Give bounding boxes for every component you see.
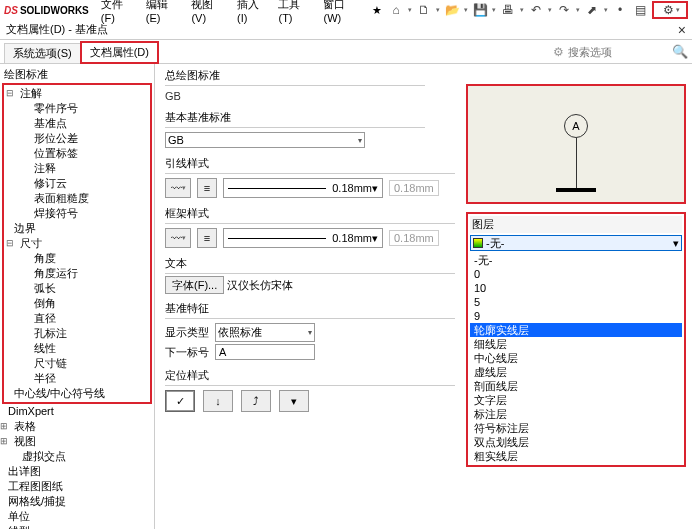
tree-dimensions[interactable]: 尺寸 角度 角度运行 弧长 倒角 直径 孔标注 线性 尺寸链 半径 [6,236,148,386]
display-type-label: 显示类型 [165,325,209,340]
preview-datum-circle: A [564,114,588,138]
frame-style-btn[interactable]: 〰▾ [165,228,191,248]
print-icon[interactable]: 🖶 [500,2,516,18]
tree-item[interactable]: 弧长 [20,281,148,296]
overall-std-value: GB [165,90,425,102]
menu-file[interactable]: 文件(F) [97,0,140,25]
layer-option[interactable]: 10 [470,281,682,295]
tree-linetype[interactable]: 线型 [0,524,154,529]
font-name: 汉仪长仿宋体 [227,279,293,291]
layer-option[interactable]: 0 [470,267,682,281]
anchor-btn-2[interactable]: ↓ [203,390,233,412]
home-icon[interactable]: ⌂ [388,2,404,18]
tree-item[interactable]: 焊接符号 [20,206,148,221]
layer-option[interactable]: 细线层 [470,337,682,351]
tree-root[interactable]: 绘图标准 [0,66,154,83]
layer-option[interactable]: 虚线层 [470,365,682,379]
tree-annotations[interactable]: 注解 零件序号 基准点 形位公差 位置标签 注释 修订云 表面粗糙度 焊接符号 [6,86,148,221]
layer-selected-value: -无- [486,236,504,251]
menu-insert[interactable]: 插入(I) [233,0,272,25]
search-input[interactable] [568,46,668,58]
tree-item[interactable]: 半径 [20,371,148,386]
next-label-label: 下一标号 [165,345,209,360]
tree-item[interactable]: 位置标签 [20,146,148,161]
layer-option[interactable]: 粗实线层 [470,449,682,463]
layer-option[interactable]: 轮廓实线层 [470,323,682,337]
frame-thickness-icon[interactable]: ≡ [197,228,217,248]
preview-box: A [466,84,686,204]
tree-virtual[interactable]: 虚拟交点 [0,449,154,464]
close-icon[interactable]: × [678,22,686,38]
tree-units[interactable]: 单位 [0,509,154,524]
save-icon[interactable]: 💾 [472,2,488,18]
layer-option[interactable]: 剖面线层 [470,379,682,393]
tree-item[interactable]: 尺寸链 [20,356,148,371]
tab-system-options[interactable]: 系统选项(S) [4,43,81,63]
base-std-select[interactable]: GB▾ [165,132,365,148]
tree-item[interactable]: 直径 [20,311,148,326]
dialog-title: 文档属性(D) - 基准点 [6,22,108,37]
bullet-icon[interactable]: • [612,2,628,18]
layer-option[interactable]: 9 [470,309,682,323]
layer-option[interactable]: 文字层 [470,393,682,407]
leader-style-btn[interactable]: 〰▾ [165,178,191,198]
redo-icon[interactable]: ↷ [556,2,572,18]
frame-line-select[interactable]: 0.18mm▾ [223,228,383,248]
tree-item[interactable]: 修订云 [20,176,148,191]
frame-style-label: 框架样式 [165,206,455,221]
layer-option[interactable]: 中心线层 [470,351,682,365]
menu-star[interactable]: ★ [368,3,386,18]
tree-detail[interactable]: 出详图 [0,464,154,479]
tree-item[interactable]: 形位公差 [20,131,148,146]
preview-base [556,188,596,192]
menu-view[interactable]: 视图(V) [187,0,231,25]
tree-dwg-sheet[interactable]: 工程图图纸 [0,479,154,494]
layer-swatch-icon [473,238,483,248]
layer-panel: 图层 -无- ▾ -无- 0 10 5 9 轮廓实线层 细线层 中心线层 虚线层… [466,212,686,467]
tree-views[interactable]: 视图 [0,434,154,449]
tree-item[interactable]: 基准点 [20,116,148,131]
tree-item[interactable]: 线性 [20,341,148,356]
layer-option[interactable]: 符号标注层 [470,421,682,435]
search-gear-icon: ⚙ [553,45,564,59]
anchor-btn-4[interactable]: ▾ [279,390,309,412]
leader-thickness-icon[interactable]: ≡ [197,178,217,198]
tree-border[interactable]: 边界 [6,221,148,236]
layer-option[interactable]: -无- [470,253,682,267]
tree-item[interactable]: 表面粗糙度 [20,191,148,206]
tree-item[interactable]: 角度 [20,251,148,266]
font-button[interactable]: 字体(F)... [165,276,224,294]
tree-dimxpert[interactable]: DimXpert [0,404,154,419]
layer-option[interactable]: 标注层 [470,407,682,421]
tree-item[interactable]: 孔标注 [20,326,148,341]
layer-option[interactable]: 双点划线层 [470,435,682,449]
menu-edit[interactable]: 编辑(E) [142,0,186,25]
list-icon[interactable]: ▤ [632,2,648,18]
menu-tools[interactable]: 工具(T) [274,0,317,25]
anchor-btn-1[interactable]: ✓ [165,390,195,412]
layer-option[interactable]: 5 [470,295,682,309]
logo-name: SOLIDWORKS [20,5,89,16]
anchor-btn-3[interactable]: ⤴ [241,390,271,412]
tree-centerline[interactable]: 中心线/中心符号线 [6,386,148,401]
options-highlight: ⚙▾ [652,1,688,19]
select-icon[interactable]: ⬈ [584,2,600,18]
leader-line-select[interactable]: 0.18mm▾ [223,178,383,198]
next-label-input[interactable] [215,344,315,360]
layer-select[interactable]: -无- ▾ [470,235,682,251]
tab-document-properties[interactable]: 文档属性(D) [80,41,159,64]
tree-item[interactable]: 零件序号 [20,101,148,116]
tree-item[interactable]: 注释 [20,161,148,176]
tree-item[interactable]: 倒角 [20,296,148,311]
new-icon[interactable]: 🗋 [416,2,432,18]
search-icon[interactable]: 🔍 [672,44,688,59]
frame-thickness-disabled: 0.18mm [389,230,439,246]
undo-icon[interactable]: ↶ [528,2,544,18]
tree-grid[interactable]: 网格线/捕捉 [0,494,154,509]
tree-tables[interactable]: 表格 [0,419,154,434]
display-type-select[interactable]: 依照标准▾ [215,323,315,342]
open-icon[interactable]: 📂 [444,2,460,18]
menu-window[interactable]: 窗口(W) [319,0,366,25]
gear-icon[interactable]: ⚙ [660,2,676,18]
tree-item[interactable]: 角度运行 [20,266,148,281]
